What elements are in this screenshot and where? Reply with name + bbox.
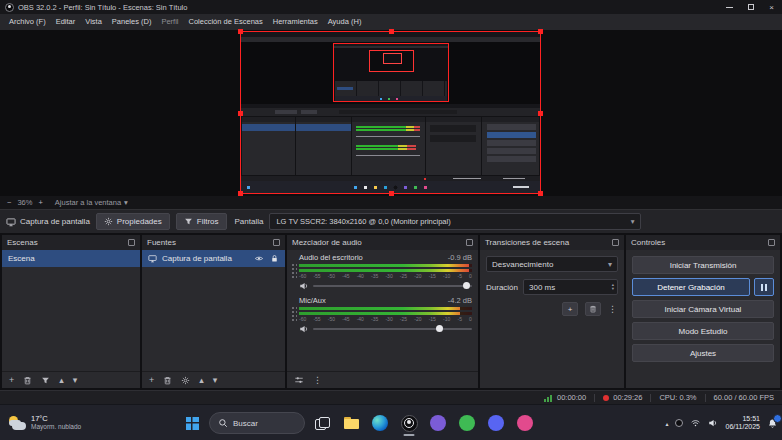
- scene-filters-button[interactable]: [41, 376, 50, 385]
- slider-handle[interactable]: [436, 325, 443, 332]
- dock-options-icon[interactable]: [768, 239, 775, 246]
- advanced-audio-button[interactable]: [294, 375, 304, 385]
- file-explorer-button[interactable]: [339, 410, 363, 436]
- transition-menu-button[interactable]: ⋮: [608, 305, 617, 314]
- channel-name: Mic/Aux: [299, 296, 326, 305]
- selection-handle[interactable]: [238, 191, 243, 196]
- preview-mini-controls-dock: [482, 117, 539, 175]
- app-button-pink[interactable]: [513, 410, 537, 436]
- preview-canvas[interactable]: [0, 30, 782, 196]
- wifi-icon[interactable]: [690, 418, 701, 428]
- task-view-button[interactable]: [310, 410, 334, 436]
- selection-handle[interactable]: [238, 29, 243, 34]
- add-scene-button[interactable]: +: [9, 376, 14, 385]
- lock-icon[interactable]: [270, 254, 279, 263]
- status-bar: 00:00:00 00:29:26 CPU: 0.3% 60.00 / 60.0…: [0, 390, 782, 404]
- obs-taskbar-button[interactable]: [397, 410, 421, 436]
- selection-handle[interactable]: [538, 29, 543, 34]
- add-transition-button[interactable]: +: [562, 302, 578, 316]
- menu-coleccion-escenas[interactable]: Colección de Escenas: [184, 14, 268, 30]
- app-button-green[interactable]: [455, 410, 479, 436]
- start-virtual-camera-button[interactable]: Iniciar Cámara Virtual: [632, 300, 774, 318]
- dock-options-icon[interactable]: [466, 239, 473, 246]
- menu-ayuda[interactable]: Ayuda (H): [323, 14, 367, 30]
- mixer-menu-button[interactable]: ⋮: [313, 376, 322, 385]
- settings-button[interactable]: Ajustes: [632, 344, 774, 362]
- filters-button[interactable]: Filtros: [176, 213, 227, 230]
- zoom-in-button[interactable]: +: [38, 198, 42, 207]
- speaker-icon[interactable]: [299, 324, 309, 334]
- add-source-button[interactable]: +: [149, 376, 154, 385]
- source-properties-button[interactable]: [181, 376, 190, 385]
- volume-icon[interactable]: [708, 418, 718, 428]
- sources-dock-header[interactable]: Fuentes: [142, 235, 285, 250]
- minimize-button[interactable]: [719, 0, 740, 14]
- edge-button[interactable]: [368, 410, 392, 436]
- dock-options-icon[interactable]: [612, 239, 619, 246]
- speaker-icon[interactable]: [299, 281, 309, 291]
- maximize-button[interactable]: [740, 0, 761, 14]
- studio-mode-button[interactable]: Modo Estudio: [632, 322, 774, 340]
- remove-transition-button[interactable]: [585, 302, 601, 316]
- selection-handle[interactable]: [389, 191, 394, 196]
- transitions-actions: + ⋮: [486, 302, 618, 316]
- move-scene-down-button[interactable]: ▾: [73, 376, 78, 385]
- move-scene-up-button[interactable]: ▴: [59, 376, 64, 385]
- close-button[interactable]: ×: [761, 0, 782, 14]
- move-source-up-button[interactable]: ▴: [199, 376, 204, 385]
- weather-widget[interactable]: 17°C Mayorm. nublado: [4, 409, 85, 437]
- visibility-eye-icon[interactable]: [254, 254, 264, 263]
- fit-to-window-button[interactable]: Ajustar a la ventana ▾: [55, 198, 128, 207]
- screen-select[interactable]: LG TV SSCR2: 3840x2160 @ 0,0 (Monitor pr…: [269, 213, 641, 230]
- transitions-dock-header[interactable]: Transiciones de escena: [480, 235, 624, 250]
- scene-item[interactable]: Escena: [2, 250, 140, 267]
- meter-tick: -15: [429, 316, 436, 322]
- mixer-dock-header[interactable]: Mezclador de audio: [287, 235, 478, 250]
- properties-button[interactable]: Propiedades: [96, 213, 170, 230]
- start-streaming-button[interactable]: Iniciar Transmisión: [632, 256, 774, 274]
- remove-source-button[interactable]: [163, 376, 172, 385]
- menu-editar[interactable]: Editar: [51, 14, 81, 30]
- remove-scene-button[interactable]: [23, 376, 32, 385]
- start-button[interactable]: [180, 410, 204, 436]
- selection-handle[interactable]: [538, 191, 543, 196]
- controls-dock-header[interactable]: Controles: [626, 235, 780, 250]
- channel-grip[interactable]: [291, 306, 297, 322]
- zoom-out-button[interactable]: −: [7, 198, 11, 207]
- selection-handle[interactable]: [238, 111, 243, 116]
- transition-select[interactable]: Desvanecimiento ▾: [486, 256, 618, 272]
- dock-options-icon[interactable]: [128, 239, 135, 246]
- app-button-purple[interactable]: [426, 410, 450, 436]
- clock[interactable]: 15:51 06/11/2025: [725, 415, 760, 432]
- capture-source-preview[interactable]: [240, 31, 541, 194]
- obs-tray-icon[interactable]: [675, 419, 683, 427]
- dock-options-icon[interactable]: [273, 239, 280, 246]
- app-button-violet[interactable]: [484, 410, 508, 436]
- meter-cover: [460, 307, 472, 310]
- menu-paneles[interactable]: Paneles (D): [107, 14, 157, 30]
- slider-handle[interactable]: [463, 282, 470, 289]
- menu-archivo[interactable]: Archivo (F): [4, 14, 51, 30]
- stop-recording-button[interactable]: Detener Grabación: [632, 278, 750, 296]
- tray-chevron-icon[interactable]: ▴: [665, 420, 668, 427]
- volume-meter-right: [299, 312, 472, 315]
- move-source-down-button[interactable]: ▾: [213, 376, 218, 385]
- menu-perfil[interactable]: Perfil: [156, 14, 183, 30]
- pause-recording-button[interactable]: [754, 278, 774, 296]
- scenes-dock-header[interactable]: Escenas: [2, 235, 140, 250]
- menu-herramientas[interactable]: Herramientas: [268, 14, 323, 30]
- scenes-dock-title: Escenas: [7, 238, 38, 247]
- meter-tick: -10: [443, 273, 450, 279]
- selection-handle[interactable]: [389, 29, 394, 34]
- volume-slider[interactable]: [313, 324, 472, 333]
- preview-mini-transitions-dock: [426, 117, 481, 175]
- volume-slider[interactable]: [313, 281, 472, 290]
- duration-spinbox[interactable]: 300 ms ▴ ▾: [523, 279, 618, 295]
- channel-grip[interactable]: [291, 263, 297, 279]
- selection-handle[interactable]: [538, 111, 543, 116]
- source-item[interactable]: Captura de pantalla: [142, 250, 285, 267]
- spin-down-icon[interactable]: ▾: [612, 287, 614, 291]
- notifications-button[interactable]: [767, 418, 778, 429]
- taskbar-search[interactable]: Buscar: [209, 412, 305, 434]
- menu-vista[interactable]: Vista: [80, 14, 107, 30]
